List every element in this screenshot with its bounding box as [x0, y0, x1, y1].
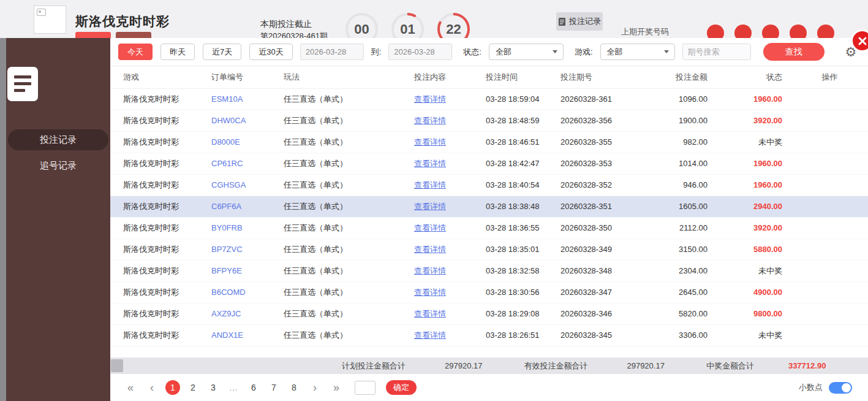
last-page-button[interactable]: »: [328, 380, 344, 395]
table-row[interactable]: 斯洛伐克时时彩 ESM10A 任三直选（单式） 查看详情 03-28 18:59…: [110, 88, 868, 110]
view-details-link[interactable]: 查看详情: [414, 245, 446, 254]
first-page-button[interactable]: «: [123, 380, 138, 395]
cell-operation: [791, 174, 868, 196]
order-number-link[interactable]: B6COMD: [211, 288, 246, 297]
view-details-link[interactable]: 查看详情: [414, 94, 446, 104]
search-button[interactable]: 查找: [763, 43, 825, 61]
table-row[interactable]: 斯洛伐克时时彩 C6PF6A 任三直选（单式） 查看详情 03-28 18:38…: [110, 196, 868, 217]
sidebar-menu: 投注记录追号记录: [6, 129, 110, 176]
view-details-link[interactable]: 查看详情: [414, 116, 446, 125]
view-details-link[interactable]: 查看详情: [414, 223, 446, 232]
quick-range-button[interactable]: 近30天: [249, 44, 292, 60]
cell-play-type: 任三直选（单式）: [271, 174, 403, 196]
table-row[interactable]: 斯洛伐克时时彩 AXZ9JC 任三直选（单式） 查看详情 03-28 18:29…: [110, 303, 868, 324]
view-details-link[interactable]: 查看详情: [414, 266, 446, 275]
page-button[interactable]: 8: [287, 380, 301, 395]
sidebar-item[interactable]: 投注记录: [8, 129, 108, 150]
date-to-input[interactable]: [388, 44, 452, 60]
view-details-link[interactable]: 查看详情: [414, 330, 446, 340]
column-header: 投注时间: [474, 66, 549, 88]
decimal-point-toggle[interactable]: [829, 382, 852, 394]
page-button[interactable]: 2: [186, 380, 200, 395]
column-header: 投注金额: [641, 66, 717, 88]
cell-bet-time: 03-28 18:48:59: [474, 110, 549, 131]
cell-bet-amount: 1096.00: [641, 88, 717, 110]
page-jump-input[interactable]: [355, 381, 376, 395]
cell-bet-amount: 3150.00: [641, 239, 717, 260]
bet-records-button[interactable]: 投注记录: [556, 12, 603, 31]
cell-bet-amount: 1014.00: [641, 153, 717, 174]
lottery-title: 斯洛伐克时时彩: [75, 13, 170, 30]
table-row[interactable]: 斯洛伐克时时彩 BP7ZVC 任三直选（单式） 查看详情 03-28 18:35…: [110, 239, 868, 260]
view-details-link[interactable]: 查看详情: [414, 137, 446, 147]
column-header: 游戏: [110, 66, 199, 88]
order-number-link[interactable]: CGHSGA: [211, 180, 246, 189]
cell-play-type: 任三直选（单式）: [271, 217, 403, 239]
cell-bet-period: 20260328-349: [549, 239, 641, 260]
status-select[interactable]: 全部: [489, 44, 564, 60]
cell-bet-period: 20260328-361: [549, 88, 641, 110]
column-header: 订单编号: [199, 66, 271, 88]
order-number-link[interactable]: C6PF6A: [211, 202, 241, 211]
records-document-icon: [6, 66, 39, 102]
summary-bar: 计划投注金额合计 297920.17 有效投注金额合计 297920.17 中奖…: [110, 357, 868, 374]
decimal-toggle-group: 小数点: [799, 382, 852, 394]
valid-total-value: 297920.17: [627, 361, 664, 370]
view-details-link[interactable]: 查看详情: [414, 180, 446, 189]
page-button[interactable]: 3: [206, 380, 221, 395]
page-button[interactable]: 1: [165, 380, 180, 395]
table-row[interactable]: 斯洛伐克时时彩 ANDX1E 任三直选（单式） 查看详情 03-28 18:26…: [110, 324, 868, 346]
period-search-input[interactable]: [682, 44, 751, 60]
view-details-link[interactable]: 查看详情: [414, 288, 446, 297]
order-number-link[interactable]: CP61RC: [211, 159, 243, 168]
column-header: 操作: [791, 66, 868, 88]
order-number-link[interactable]: BY0FRB: [211, 223, 243, 232]
cell-game: 斯洛伐克时时彩: [110, 281, 199, 303]
table-row[interactable]: 斯洛伐克时时彩 B6COMD 任三直选（单式） 查看详情 03-28 18:30…: [110, 281, 868, 303]
order-number-link[interactable]: ANDX1E: [211, 330, 243, 340]
date-from-input[interactable]: [300, 44, 364, 60]
order-number-link[interactable]: ESM10A: [211, 94, 243, 104]
order-number-link[interactable]: BFPY6E: [211, 266, 242, 275]
prev-page-button[interactable]: ‹: [144, 380, 160, 395]
table-row[interactable]: 斯洛伐克时时彩 BFPY6E 任三直选（单式） 查看详情 03-28 18:32…: [110, 260, 868, 281]
view-details-link[interactable]: 查看详情: [414, 309, 446, 318]
cell-status: 未中奖: [717, 131, 791, 153]
cell-bet-amount: 1900.00: [641, 110, 717, 131]
quick-range-button[interactable]: 近7天: [203, 44, 241, 60]
cell-game: 斯洛伐克时时彩: [110, 324, 199, 346]
cell-play-type: 任三直选（单式）: [271, 324, 403, 346]
quick-range-button[interactable]: 昨天: [160, 44, 195, 60]
scrollbar-thumb[interactable]: [111, 359, 123, 372]
cell-bet-amount: 2304.00: [641, 260, 717, 281]
table-row[interactable]: 斯洛伐克时时彩 DHW0CA 任三直选（单式） 查看详情 03-28 18:48…: [110, 110, 868, 131]
table-row[interactable]: 斯洛伐克时时彩 CGHSGA 任三直选（单式） 查看详情 03-28 18:40…: [110, 174, 868, 196]
order-number-link[interactable]: D8000E: [211, 137, 240, 147]
table-row[interactable]: 斯洛伐克时时彩 D8000E 任三直选（单式） 查看详情 03-28 18:46…: [110, 131, 868, 153]
cell-bet-period: 20260328-356: [549, 110, 641, 131]
table-row[interactable]: 斯洛伐克时时彩 CP61RC 任三直选（单式） 查看详情 03-28 18:42…: [110, 153, 868, 174]
page-jump-confirm-button[interactable]: 确定: [386, 380, 417, 395]
sidebar-item[interactable]: 追号记录: [8, 155, 108, 176]
cell-operation: [791, 303, 868, 324]
table-row[interactable]: 斯洛伐克时时彩 BY0FRB 任三直选（单式） 查看详情 03-28 18:36…: [110, 217, 868, 239]
quick-range-button[interactable]: 今天: [118, 44, 153, 60]
next-page-button[interactable]: ›: [307, 380, 323, 395]
cell-bet-time: 03-28 18:26:51: [474, 324, 549, 346]
order-number-link[interactable]: BP7ZVC: [211, 245, 243, 254]
game-label: 游戏:: [575, 47, 593, 58]
game-select-value: 全部: [607, 47, 623, 58]
order-number-link[interactable]: DHW0CA: [211, 116, 246, 125]
view-details-link[interactable]: 查看详情: [414, 202, 446, 211]
cell-bet-period: 20260328-347: [549, 281, 641, 303]
page-button[interactable]: 7: [266, 380, 281, 395]
chevron-down-icon: [553, 50, 557, 53]
order-number-link[interactable]: AXZ9JC: [211, 309, 241, 318]
game-select[interactable]: 全部: [600, 44, 675, 60]
cell-bet-time: 03-28 18:32:58: [474, 260, 549, 281]
view-details-link[interactable]: 查看详情: [414, 159, 446, 168]
page-button[interactable]: 6: [246, 380, 261, 395]
cell-status: 未中奖: [717, 324, 791, 346]
valid-total-label: 有效投注金额合计: [524, 361, 587, 372]
cell-play-type: 任三直选（单式）: [271, 131, 403, 153]
